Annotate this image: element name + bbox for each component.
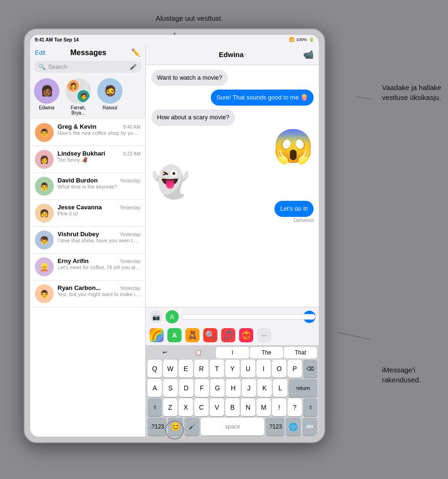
num-key-right[interactable]: .?123 (265, 418, 284, 436)
status-icons: 📶 100% 🔋 (289, 37, 314, 42)
key-v[interactable]: V (210, 398, 224, 416)
msg-bubble-1: Want to watch a movie? (151, 70, 228, 86)
pinned-edwina[interactable]: 👩🏾 Edwina (34, 78, 59, 116)
giphy-app-icon[interactable]: 🔍 (203, 328, 217, 342)
suggestion-undo[interactable]: ↩ (148, 347, 181, 358)
sub-avatar-1: 👩 (66, 79, 80, 92)
conv-avatar-greg: 👨 (35, 123, 54, 142)
battery-icon: 🔋 (309, 37, 314, 42)
key-x[interactable]: X (179, 398, 193, 416)
key-o[interactable]: O (272, 360, 286, 378)
key-n[interactable]: N (241, 398, 255, 416)
appstore-input-button[interactable]: A (166, 310, 179, 323)
conv-lindsey[interactable]: 👩 Lindsey Bukhari 9:22 AM Too funny 🦧 (30, 146, 145, 173)
pinned-contacts: 👩🏾 Edwina 👩 🧑 Farrah, Brya... 🧔 Rasoul (30, 75, 145, 119)
conv-preview-erny: Let's meet for coffee. I'll tell you all… (58, 264, 141, 270)
return-key[interactable]: return (289, 379, 317, 397)
key-h[interactable]: H (226, 379, 240, 397)
key-i[interactable]: I (257, 360, 271, 378)
key-y[interactable]: Y (225, 360, 240, 378)
key-f[interactable]: F (195, 379, 209, 397)
key-g[interactable]: G (210, 379, 224, 397)
key-z[interactable]: Z (163, 398, 177, 416)
key-p[interactable]: P (288, 360, 302, 378)
key-a[interactable]: A (148, 379, 162, 397)
key-t[interactable]: T (210, 360, 224, 378)
key-d[interactable]: D (179, 379, 193, 397)
conv-preview-vishrut: I love that show, have you seen the late… (58, 238, 141, 243)
chevron-down-icon: › (245, 52, 246, 57)
video-call-button[interactable]: 📹 (303, 50, 314, 60)
backspace-key[interactable]: ⌫ (303, 360, 317, 378)
search-bar[interactable]: 🔍 Search 🎤 (34, 61, 141, 73)
keyboard-hide-key[interactable]: ⌨️ (302, 418, 317, 436)
conv-name-lindsey: Lindsey Bukhari (58, 150, 105, 157)
avatar-rasoul-label: Rasoul (102, 105, 117, 110)
music-app-icon[interactable]: 🎵 (221, 328, 235, 342)
conv-avatar-ryan: 👨 (35, 284, 54, 303)
pinned-rasoul[interactable]: 🧔 Rasoul (97, 78, 123, 116)
key-u[interactable]: U (241, 360, 255, 378)
svg-line-2 (337, 332, 370, 339)
suggestion-i[interactable]: I (216, 347, 249, 358)
suggestion-the[interactable]: The (250, 347, 283, 358)
key-b[interactable]: B (225, 398, 240, 416)
ipad-device: 9:41 AM Tue Sep 14 📶 100% 🔋 Edit Message… (24, 28, 325, 443)
conv-greg-kevin[interactable]: 👨 Greg & Kevin 9:40 AM How's the new cof… (30, 119, 145, 146)
msg-row-4: Let's do it! Delivered (151, 201, 314, 223)
conv-ryan[interactable]: 👨 Ryan Carbon... Yesterday Yep, but you … (30, 281, 145, 307)
msg-row-2: Sure! That sounds good to me 🍿 (151, 90, 314, 106)
key-question[interactable]: ? (288, 398, 302, 416)
conv-preview-david: What time is the keynote? (58, 184, 141, 190)
more-apps-button[interactable]: ··· (257, 328, 271, 342)
key-row-3: ⇧ Z X C V B N M ! ? ⇧ (148, 398, 317, 416)
conv-name-ryan: Ryan Carbon... (58, 284, 101, 291)
avatar-edwina-label: Edwina (39, 105, 55, 110)
memoji-app-icon[interactable]: 🧸 (185, 328, 199, 342)
outer-wrapper: Alustage uut vestlust. Vaadake ja hallak… (0, 0, 448, 479)
key-e[interactable]: E (179, 360, 193, 378)
shift-key[interactable]: ⇧ (148, 398, 162, 416)
conv-preview-lindsey: Too funny 🦧 (58, 157, 141, 163)
conv-erny[interactable]: 👱 Erny Arifin Yesterday Let's meet for c… (30, 254, 145, 281)
conv-preview-greg: How's the new coffee shop by you guys? (58, 130, 141, 136)
avatar-edwina: 👩🏾 (34, 78, 59, 104)
key-r[interactable]: R (194, 360, 208, 378)
pinned-farrah[interactable]: 👩 🧑 Farrah, Brya... (64, 78, 92, 116)
num-key[interactable]: .?123 (148, 418, 166, 436)
msg-status: Delivered (294, 218, 314, 223)
space-key[interactable]: space (201, 418, 264, 436)
conv-david[interactable]: 👨 David Burdon Yesterday What time is th… (30, 173, 145, 200)
suggestion-that[interactable]: That (284, 347, 317, 358)
key-l[interactable]: L (273, 379, 287, 397)
key-s[interactable]: S (163, 379, 177, 397)
conv-time-david: Yesterday (120, 178, 141, 183)
msg-bubble-3: How about a scary movie? (151, 109, 235, 125)
appstore-app-icon[interactable]: A (167, 328, 182, 342)
compose-button[interactable]: ✏️ (131, 48, 141, 57)
conv-jesse[interactable]: 🧑 Jesse Cavanna Yesterday Pink it is! (30, 200, 145, 227)
key-m[interactable]: M (257, 398, 271, 416)
key-q[interactable]: Q (148, 360, 162, 378)
key-j[interactable]: J (242, 379, 256, 397)
photos-app-icon[interactable]: 🌈 (149, 328, 164, 342)
key-suggestions: ↩ 📋 I The That (148, 347, 317, 358)
search-icon: 🔍 (39, 64, 46, 70)
heart-app-icon[interactable]: ❤️‍🔥 (239, 328, 253, 342)
mic-key[interactable]: 🎤 (184, 418, 199, 436)
camera-input-button[interactable]: 📷 (149, 310, 163, 323)
chat-contact-name: Edwina (219, 50, 244, 58)
key-k[interactable]: K (257, 379, 272, 397)
status-time: 9:41 AM Tue Sep 14 (35, 37, 79, 42)
globe-key[interactable]: 🌐 (286, 418, 301, 436)
key-c[interactable]: C (194, 398, 208, 416)
message-input[interactable] (182, 314, 315, 320)
home-button[interactable] (165, 421, 184, 439)
shift-key-right[interactable]: ⇧ (303, 398, 317, 416)
avatar-rasoul: 🧔 (97, 78, 123, 104)
conv-vishrut[interactable]: 👦 Vishrut Dubey Yesterday I love that sh… (30, 227, 145, 254)
suggestion-paste[interactable]: 📋 (182, 347, 215, 358)
edit-button[interactable]: Edit (35, 49, 45, 56)
key-w[interactable]: W (163, 360, 177, 378)
key-exclamation[interactable]: ! (272, 398, 286, 416)
